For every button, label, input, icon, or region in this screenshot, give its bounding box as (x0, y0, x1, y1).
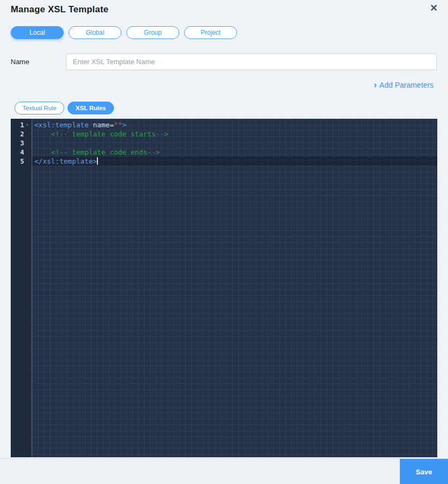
gutter-line: 5 (11, 157, 32, 166)
add-parameters-label: Add Parameters (379, 81, 434, 89)
editor-gutter: 1▾2345 (11, 119, 32, 457)
xsl-template-name-input[interactable] (66, 53, 437, 70)
fold-arrow-icon[interactable]: ▾ (24, 120, 31, 129)
code-line[interactable]: <!-- template code starts--> (32, 129, 437, 139)
code-token-tag: </xsl:template> (34, 157, 97, 165)
editor-code[interactable]: <xsl:template name=""> <!-- template cod… (32, 119, 437, 457)
code-line[interactable]: <xsl:template name=""> (32, 120, 437, 129)
code-token-tag: > (122, 121, 126, 129)
tab-xsl-rules[interactable]: XSL Rules (67, 102, 114, 114)
line-number: 3 (20, 140, 24, 147)
name-label: Name (11, 58, 29, 66)
scope-pill-group[interactable]: Group (126, 26, 179, 39)
text-cursor (97, 157, 98, 165)
tab-textual-rule[interactable]: Textual Rule (14, 102, 64, 114)
manage-xsl-template-dialog: Manage XSL Template ✕ LocalGlobalGroupPr… (0, 0, 448, 484)
code-token-comment: <!-- template code ends--> (34, 148, 160, 156)
rule-tabs: Textual RuleXSL Rules (14, 102, 114, 114)
code-token-tag: <xsl:template (34, 121, 93, 129)
chevron-right-icon: › (374, 81, 377, 89)
scope-pill-group: LocalGlobalGroupProject (11, 26, 237, 39)
page-title: Manage XSL Template (11, 4, 109, 15)
gutter-line: 4 (11, 148, 32, 157)
code-token-string: "" (114, 121, 123, 129)
scope-pill-local[interactable]: Local (11, 26, 64, 39)
code-line[interactable]: </xsl:template> (32, 157, 437, 166)
xsl-code-editor[interactable]: 1▾2345 <xsl:template name=""> <!-- templ… (11, 119, 437, 457)
add-parameters-link[interactable]: › Add Parameters (374, 81, 434, 89)
scope-pill-global[interactable]: Global (69, 26, 122, 39)
code-line[interactable] (32, 139, 437, 148)
gutter-line: 3 (11, 139, 32, 148)
line-number: 2 (20, 130, 24, 138)
code-line[interactable]: <!-- template code ends--> (32, 148, 437, 157)
gutter-line: 1▾ (11, 120, 32, 129)
code-token-comment: <!-- template code starts--> (34, 130, 168, 138)
save-button[interactable]: Save (400, 459, 448, 484)
line-number: 1 (20, 121, 24, 129)
scope-pill-project[interactable]: Project (184, 26, 237, 39)
dialog-footer: Save (0, 458, 448, 484)
line-number: 4 (20, 149, 24, 156)
line-number: 5 (20, 158, 24, 165)
gutter-line: 2 (11, 129, 32, 139)
code-token-attr: name= (93, 121, 114, 129)
close-icon[interactable]: ✕ (430, 3, 438, 13)
